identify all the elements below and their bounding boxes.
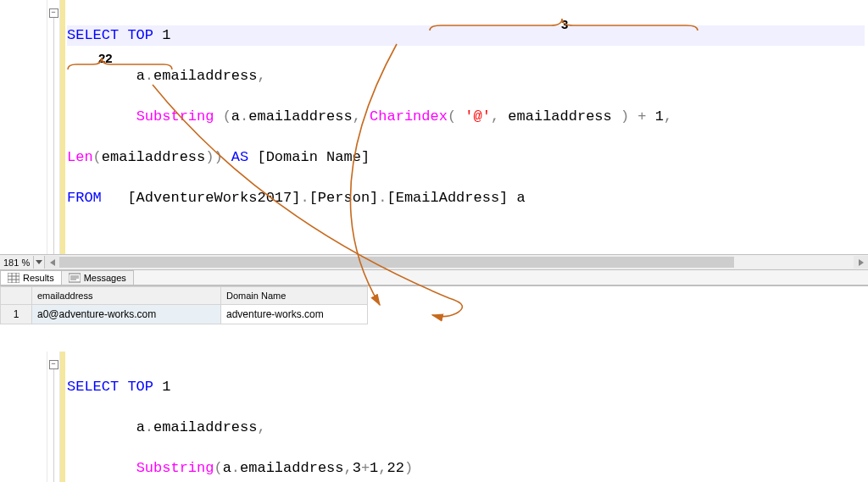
function-len: Len — [67, 149, 93, 165]
keyword-top: TOP — [127, 27, 153, 43]
chevron-down-icon — [36, 260, 42, 265]
col-header-domain-name[interactable]: Domain Name — [221, 287, 368, 305]
keyword-from: FROM — [67, 190, 102, 206]
code-editor-top[interactable]: − SELECT TOP 1 a.emailaddress, Substring… — [0, 0, 868, 254]
folding-column: − — [47, 0, 60, 254]
schema-name: [Person] — [309, 190, 379, 206]
dot: . — [145, 68, 153, 84]
row-number[interactable]: 1 — [1, 305, 32, 324]
function-substring: Substring — [136, 108, 214, 125]
svg-rect-0 — [8, 273, 19, 283]
results-tabs-bar: Results Messages — [0, 270, 868, 285]
arg-start: 3 — [353, 460, 361, 476]
cell-domain-name[interactable]: adventure-works.com — [221, 305, 368, 324]
arg-length: 22 — [387, 460, 404, 476]
table-alias: a — [517, 190, 526, 206]
string-at: '@' — [465, 108, 491, 125]
fold-toggle-icon[interactable]: − — [49, 8, 58, 18]
row-header-blank — [1, 287, 32, 305]
column-alias: Domain Name — [266, 149, 361, 165]
zoom-level: 181 % — [0, 258, 33, 268]
messages-icon — [69, 273, 81, 283]
line-number-gutter — [0, 0, 47, 254]
code-text-area[interactable]: SELECT TOP 1 a.emailaddress, Substring(a… — [65, 352, 868, 482]
keyword-select: SELECT — [67, 379, 119, 395]
keyword-select: SELECT — [67, 27, 119, 43]
tab-messages[interactable]: Messages — [61, 270, 134, 285]
tab-results-label: Results — [23, 273, 54, 283]
hscroll-left-arrow[interactable] — [45, 256, 59, 269]
code-text-area[interactable]: SELECT TOP 1 a.emailaddress, Substring (… — [65, 0, 868, 254]
zoom-dropdown[interactable] — [33, 256, 45, 269]
col-header-emailaddress[interactable]: emailaddress — [32, 287, 221, 305]
zoom-status-bar: 181 % — [0, 254, 868, 270]
results-table[interactable]: emailaddress Domain Name 1 a0@adventure-… — [0, 286, 368, 324]
hscroll-thumb[interactable] — [59, 257, 734, 268]
hscroll-track[interactable] — [59, 256, 854, 269]
function-substring: Substring — [136, 460, 214, 476]
fold-toggle-icon[interactable]: − — [49, 360, 58, 369]
folding-column: − — [47, 352, 60, 482]
code-editor-bottom[interactable]: − SELECT TOP 1 a.emailaddress, Substring… — [0, 352, 868, 482]
cell-emailaddress[interactable]: a0@adventure-works.com — [32, 305, 221, 324]
tab-messages-label: Messages — [84, 273, 126, 283]
line-number-gutter — [0, 352, 47, 482]
literal-1: 1 — [162, 27, 170, 43]
comma: , — [257, 68, 265, 84]
function-charindex: Charindex — [370, 108, 448, 125]
tab-results[interactable]: Results — [0, 270, 62, 285]
db-name: [AdventureWorks2017] — [127, 190, 300, 206]
keyword-top: TOP — [127, 379, 153, 395]
table-row[interactable]: 1 a0@adventure-works.com adventure-works… — [1, 305, 368, 324]
sql-panel-bottom: − SELECT TOP 1 a.emailaddress, Substring… — [0, 352, 868, 482]
results-grid-top[interactable]: emailaddress Domain Name 1 a0@adventure-… — [0, 285, 868, 324]
table-name: [EmailAddress] — [387, 190, 509, 206]
keyword-as: AS — [231, 149, 248, 165]
results-header-row: emailaddress Domain Name — [1, 287, 368, 305]
sql-panel-top: − SELECT TOP 1 a.emailaddress, Substring… — [0, 0, 868, 324]
hscroll-right-arrow[interactable] — [854, 256, 868, 269]
column-emailaddress: emailaddress — [153, 68, 257, 84]
alias-a: a — [136, 68, 145, 84]
panel-gap — [0, 324, 868, 352]
grid-icon — [8, 273, 19, 283]
